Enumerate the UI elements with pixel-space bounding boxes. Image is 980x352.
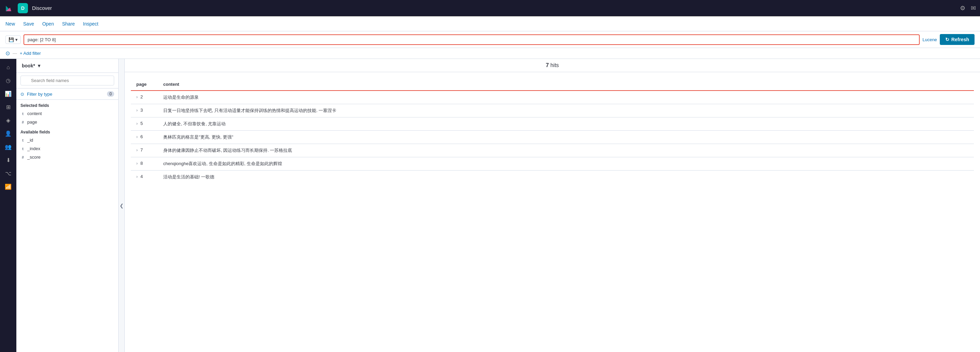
table-cell-content: chenqionghe喜欢运动, 生命是如此的精彩, 生命是如此的辉煌 — [158, 157, 974, 171]
app-title: Discover — [32, 5, 956, 11]
table-cell-content: 日复一日地坚持练下去吧, 只有活动适量才能保持训练的热情和提高运动的技能. 一塞… — [158, 104, 974, 117]
settings-icon[interactable]: ⚙ — [960, 5, 965, 12]
expand-row-icon[interactable]: › — [136, 108, 138, 113]
home-icon[interactable]: ⌂ — [4, 62, 13, 73]
field-search-wrap — [21, 76, 114, 86]
kibana-logo — [4, 3, 14, 13]
sidebar-toggle[interactable]: ❮ — [119, 59, 125, 352]
save-query-button[interactable]: 💾 ▾ — [5, 35, 21, 44]
search-field-input[interactable] — [21, 76, 114, 86]
chevron-left-icon: ❮ — [119, 203, 124, 208]
filter-count-badge: 0 — [107, 91, 114, 97]
filter-by-type-button[interactable]: ⊙ Filter by type 0 — [16, 89, 118, 100]
field-type-t: t — [21, 138, 25, 142]
icon-sidebar: ⌂ ◷ 📊 ⊞ ◈ 👤 👥 ⬇ ⌥ 📶 — [0, 59, 16, 352]
field-type-hash: # — [21, 155, 25, 159]
table-cell-content: 身体的健康因静止不动而破坏, 因运动练习而长期保持. 一苏格拉底 — [158, 144, 974, 157]
field-type-text: t — [21, 112, 25, 116]
top-bar: D Discover ⚙ ✉ — [0, 0, 980, 16]
table-cell-page: ›7 — [130, 144, 158, 157]
lucene-button[interactable]: Lucene — [923, 37, 937, 42]
table-cell-page: ›4 — [130, 171, 158, 184]
main-layout: ⌂ ◷ 📊 ⊞ ◈ 👤 👥 ⬇ ⌥ 📶 book* ▾ ⊙ Filter by … — [0, 59, 980, 352]
download-icon[interactable]: ⬇ — [3, 154, 13, 166]
refresh-button[interactable]: ↻ Refresh — [940, 34, 975, 45]
nav-new[interactable]: New — [5, 21, 15, 27]
selected-fields-label: Selected fields — [16, 100, 118, 109]
column-header-content: content — [158, 78, 974, 90]
index-pattern-header[interactable]: book* ▾ — [16, 59, 118, 73]
filter-by-type-label: Filter by type — [27, 92, 52, 97]
refresh-label: Refresh — [951, 37, 969, 42]
add-filter-button[interactable]: + Add filter — [20, 51, 41, 56]
query-input[interactable]: page: [2 TO 8] — [24, 34, 920, 45]
available-field-index[interactable]: t _index — [16, 144, 118, 153]
table-cell-content: 人的健全, 不但靠饮食, 尤靠运动 — [158, 117, 974, 131]
filter-type-icon: ⊙ — [21, 92, 24, 97]
user-avatar: D — [18, 3, 28, 13]
filter-icon: ⊙ — [5, 50, 10, 57]
table-header-row: page content — [130, 78, 974, 90]
available-fields-label: Available fields — [16, 126, 118, 136]
signal-icon[interactable]: 📶 — [2, 181, 14, 193]
users-icon[interactable]: 👥 — [2, 141, 14, 153]
mail-icon[interactable]: ✉ — [971, 5, 976, 12]
chart-icon[interactable]: 📊 — [2, 88, 14, 100]
content-area: 7 hits page content ›2 运动是生命的源泉 ›3 日复一日地… — [125, 59, 980, 352]
expand-row-icon[interactable]: › — [136, 95, 138, 100]
map-icon[interactable]: ◈ — [3, 114, 13, 126]
available-field-score[interactable]: # _score — [16, 153, 118, 161]
table-row[interactable]: ›6 奥林匹克的格言是"更高, 更快, 更强" — [130, 131, 974, 144]
results-table: page content ›2 运动是生命的源泉 ›3 日复一日地坚持练下去吧,… — [130, 78, 975, 184]
table-row[interactable]: ›3 日复一日地坚持练下去吧, 只有活动适量才能保持训练的热情和提高运动的技能.… — [130, 104, 974, 117]
field-name-index: _index — [27, 146, 40, 151]
top-bar-icons: ⚙ ✉ — [960, 5, 976, 12]
field-type-t2: t — [21, 147, 25, 151]
expand-row-icon[interactable]: › — [136, 135, 138, 139]
expand-row-icon[interactable]: › — [136, 161, 138, 166]
secondary-nav: New Save Open Share Inspect — [0, 16, 980, 31]
refresh-icon: ↻ — [945, 37, 949, 42]
query-bar: 💾 ▾ page: [2 TO 8] Lucene ↻ Refresh — [0, 31, 980, 48]
clock-icon[interactable]: ◷ — [3, 75, 13, 86]
index-pattern-label: book* — [22, 63, 35, 68]
chevron-down-icon: ▾ — [15, 37, 18, 42]
nav-inspect[interactable]: Inspect — [83, 21, 99, 27]
expand-row-icon[interactable]: › — [136, 121, 138, 126]
selected-field-page[interactable]: # page — [16, 118, 118, 126]
user-icon[interactable]: 👤 — [2, 128, 14, 140]
table-cell-content: 活动是生活的基础! 一歌德 — [158, 171, 974, 184]
table-cell-page: ›5 — [130, 117, 158, 131]
table-row[interactable]: ›7 身体的健康因静止不动而破坏, 因运动练习而长期保持. 一苏格拉底 — [130, 144, 974, 157]
code-icon[interactable]: ⌥ — [2, 168, 14, 179]
available-field-id[interactable]: t _id — [16, 136, 118, 144]
hits-count: 7 hits — [546, 62, 559, 68]
field-name-page: page — [27, 119, 37, 125]
nav-open[interactable]: Open — [42, 21, 54, 27]
hits-bar: 7 hits — [125, 59, 980, 72]
table-row[interactable]: ›5 人的健全, 不但靠饮食, 尤靠运动 — [130, 117, 974, 131]
nav-share[interactable]: Share — [62, 21, 75, 27]
table-row[interactable]: ›2 运动是生命的源泉 — [130, 90, 974, 104]
field-name-content: content — [27, 111, 42, 116]
field-name-score: _score — [27, 155, 41, 160]
field-sidebar-scroll: Selected fields t content # page Availab… — [16, 100, 118, 352]
field-name-id: _id — [27, 138, 33, 143]
filter-bar: ⊙ — + Add filter — [0, 48, 980, 59]
expand-row-icon[interactable]: › — [136, 148, 138, 152]
table-row[interactable]: ›4 活动是生活的基础! 一歌德 — [130, 171, 974, 184]
table-cell-page: ›3 — [130, 104, 158, 117]
expand-row-icon[interactable]: › — [136, 174, 138, 179]
table-cell-content: 奥林匹克的格言是"更高, 更快, 更强" — [158, 131, 974, 144]
table-cell-page: ›6 — [130, 131, 158, 144]
selected-field-content[interactable]: t content — [16, 109, 118, 118]
nav-save[interactable]: Save — [23, 21, 34, 27]
chevron-down-icon: ▾ — [38, 63, 40, 68]
filter-separator: — — [13, 51, 17, 56]
field-type-number: # — [21, 120, 25, 124]
table-cell-content: 运动是生命的源泉 — [158, 90, 974, 104]
table-row[interactable]: ›8 chenqionghe喜欢运动, 生命是如此的精彩, 生命是如此的辉煌 — [130, 157, 974, 171]
table-cell-page: ›8 — [130, 157, 158, 171]
field-sidebar: book* ▾ ⊙ Filter by type 0 Selected fiel… — [16, 59, 119, 352]
layers-icon[interactable]: ⊞ — [3, 101, 13, 113]
